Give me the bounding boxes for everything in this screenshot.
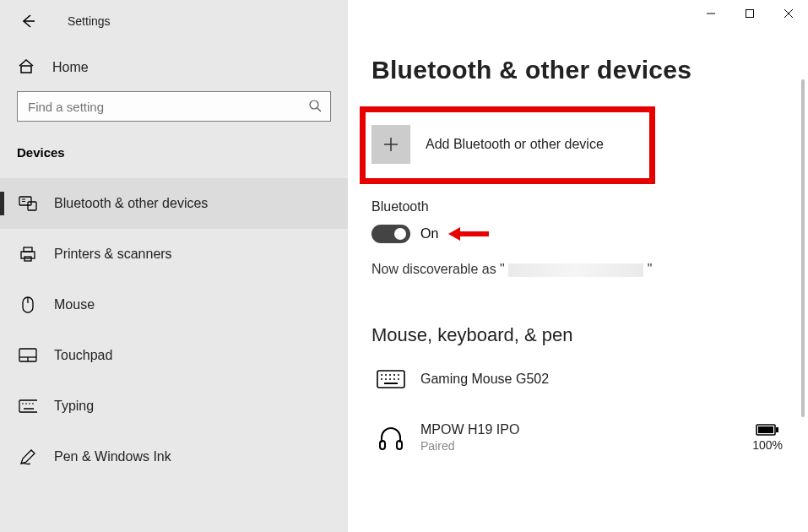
nav-item-bluetooth[interactable]: Bluetooth & other devices [0, 178, 348, 229]
scrollbar[interactable] [801, 79, 805, 417]
svg-point-31 [381, 374, 382, 376]
maximize-button[interactable] [730, 0, 769, 27]
discoverable-text: Now discoverable as " " [371, 262, 808, 277]
device-name: Gaming Mouse G502 [420, 372, 549, 387]
svg-line-7 [317, 108, 321, 111]
svg-point-32 [385, 374, 387, 376]
svg-point-33 [389, 374, 391, 376]
bluetooth-devices-icon [19, 194, 37, 213]
nav-item-mouse[interactable]: Mouse [0, 280, 348, 330]
svg-rect-9 [28, 202, 36, 210]
nav-item-typing[interactable]: Typing [0, 381, 348, 432]
nav-item-label: Printers & scanners [54, 247, 172, 262]
nav-item-label: Mouse [54, 297, 95, 312]
add-device-button[interactable]: Add Bluetooth or other device [371, 115, 808, 174]
device-status: Paired [420, 439, 519, 453]
search-icon [308, 99, 322, 115]
bluetooth-toggle[interactable] [371, 225, 410, 243]
keyboard-device-icon [371, 370, 410, 388]
bluetooth-heading: Bluetooth [371, 199, 808, 214]
keyboard-icon [19, 399, 37, 413]
nav-item-pen[interactable]: Pen & Windows Ink [0, 432, 348, 482]
home-icon [17, 57, 35, 78]
section-mouse-keyboard-pen: Mouse, keyboard, & pen [371, 324, 808, 346]
discoverable-prefix: Now discoverable as " [371, 262, 505, 276]
svg-rect-12 [21, 252, 35, 258]
nav-item-label: Pen & Windows Ink [54, 449, 171, 464]
back-button[interactable] [15, 8, 41, 34]
close-button[interactable] [769, 0, 808, 27]
svg-point-6 [310, 100, 318, 109]
svg-rect-46 [776, 427, 778, 432]
pen-icon [19, 448, 37, 466]
annotation-arrow [448, 225, 491, 243]
nav-home[interactable]: Home [0, 49, 348, 91]
discoverable-name-redacted [508, 263, 643, 277]
device-row-mpow-headphones[interactable]: MPOW H19 IPO Paired 100% [371, 417, 808, 458]
page-title: Bluetooth & other devices [371, 56, 808, 84]
svg-point-39 [393, 378, 395, 380]
svg-point-38 [389, 378, 391, 380]
svg-point-34 [393, 374, 395, 376]
svg-rect-1 [746, 10, 754, 18]
touchpad-icon [19, 348, 37, 363]
svg-rect-13 [24, 247, 32, 252]
device-row-gaming-mouse[interactable]: Gaming Mouse G502 [371, 365, 808, 394]
svg-point-40 [398, 378, 399, 380]
nav-item-label: Bluetooth & other devices [54, 196, 208, 211]
battery-icon [756, 424, 779, 436]
svg-point-35 [398, 374, 399, 376]
battery-percent: 100% [752, 438, 783, 452]
svg-marker-29 [448, 227, 460, 241]
search-box[interactable] [17, 91, 331, 122]
minimize-button[interactable] [691, 0, 730, 27]
printer-icon [19, 246, 37, 263]
nav-item-printers[interactable]: Printers & scanners [0, 229, 348, 280]
svg-point-37 [385, 378, 387, 380]
window-controls [691, 0, 808, 27]
window-title: Settings [68, 14, 111, 28]
add-device-label: Add Bluetooth or other device [426, 137, 604, 152]
nav-home-label: Home [52, 60, 89, 75]
device-battery: 100% [752, 424, 783, 452]
svg-point-36 [381, 378, 382, 380]
svg-rect-20 [19, 400, 37, 412]
category-header: Devices [0, 145, 348, 178]
nav-item-touchpad[interactable]: Touchpad [0, 330, 348, 381]
mouse-icon [19, 296, 37, 314]
toggle-state-label: On [420, 226, 438, 242]
svg-rect-5 [21, 66, 31, 73]
discoverable-suffix: " [648, 262, 653, 276]
plus-icon [371, 125, 410, 164]
headphones-icon [371, 424, 410, 451]
nav-item-label: Touchpad [54, 348, 112, 363]
search-input[interactable] [26, 99, 279, 115]
device-name: MPOW H19 IPO [420, 422, 519, 437]
svg-rect-45 [758, 426, 773, 433]
nav-item-label: Typing [54, 399, 94, 414]
toggle-knob [394, 228, 406, 240]
